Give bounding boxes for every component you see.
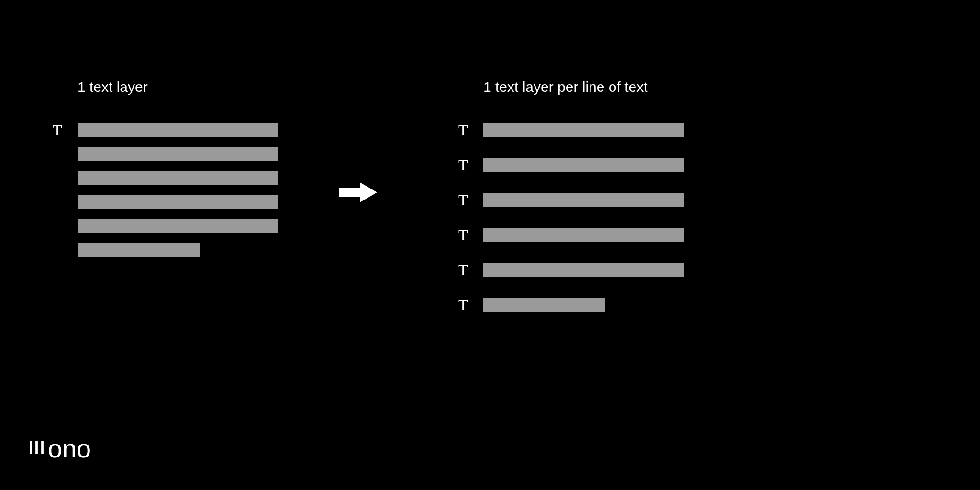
logo-text: ono	[48, 434, 91, 463]
layer-row: T	[458, 158, 684, 172]
text-line-bar	[483, 298, 605, 312]
text-line-bar	[483, 228, 684, 242]
text-line-bar	[483, 193, 684, 207]
layer-row: T	[53, 195, 278, 209]
svg-marker-0	[339, 182, 377, 202]
text-layer-icon: T	[458, 227, 483, 243]
brand-logo: ıııono	[29, 434, 91, 463]
layer-row: T	[53, 147, 278, 161]
layer-row: T	[53, 123, 278, 137]
layer-row: T	[53, 171, 278, 185]
panel-before-rows: TTTTTT	[53, 123, 278, 267]
text-line-bar	[78, 171, 278, 185]
text-line-bar	[483, 123, 684, 137]
panel-after-title: 1 text layer per line of text	[483, 79, 648, 95]
text-line-bar	[78, 219, 278, 233]
layer-row: T	[53, 243, 278, 257]
text-layer-icon: T	[458, 262, 483, 278]
text-layer-icon: T	[458, 157, 483, 173]
text-layer-icon: T	[53, 122, 78, 138]
layer-row: T	[458, 298, 684, 312]
text-line-bar	[78, 147, 278, 161]
layer-row: T	[458, 193, 684, 207]
text-line-bar	[483, 158, 684, 172]
logo-glyph-icon: ııı	[29, 435, 46, 465]
panel-after-rows: TTTTTT	[458, 123, 684, 333]
layer-row: T	[458, 263, 684, 277]
layer-row: T	[458, 228, 684, 242]
panel-before-title: 1 text layer	[78, 79, 148, 95]
text-line-bar	[483, 263, 684, 277]
text-layer-icon: T	[458, 122, 483, 138]
layer-row: T	[458, 123, 684, 137]
text-layer-icon: T	[458, 297, 483, 312]
arrow-right-icon	[339, 180, 377, 204]
text-line-bar	[78, 123, 278, 137]
text-line-bar	[78, 243, 200, 257]
text-layer-icon: T	[458, 192, 483, 208]
layer-row: T	[53, 219, 278, 233]
text-line-bar	[78, 195, 278, 209]
